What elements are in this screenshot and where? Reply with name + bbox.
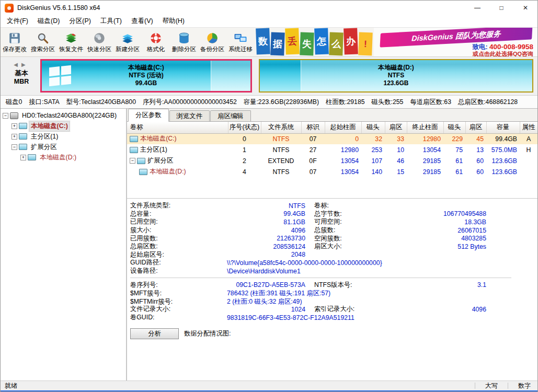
detail-label: 已用簇数: [130, 234, 227, 243]
partition-row-1[interactable]: 主分区(1)1NTFS271298025310130547513575.0MBH [127, 144, 537, 155]
detail-value: \\?\Volume{a58fc54c-0000-0000-0000-10000… [227, 259, 486, 267]
expand-icon[interactable]: + [20, 155, 26, 160]
cell-id: 07 [301, 166, 325, 177]
window-controls: — □ ✕ [465, 1, 537, 15]
col-start-cylinder[interactable]: 起始柱面 [325, 122, 361, 133]
partition-row-3[interactable]: 本地磁盘(D:)4NTFS071305414015291856160123.6G… [127, 166, 537, 177]
tree-label: HD0:Teclast240GBA800(224GB) [20, 111, 118, 120]
cell-start-cylinder: 13054 [325, 155, 361, 166]
cell-end-cylinder: 29185 [407, 155, 443, 166]
cell-id: 27 [301, 144, 325, 155]
partition-bar-1[interactable]: 本地磁盘(D:) NTFS 123.6GB [259, 59, 533, 93]
cell-end-sector: 60 [465, 155, 486, 166]
detail-value: 26067015 [382, 227, 486, 234]
analyze-row: 分析 数据分配情况图: [127, 328, 537, 339]
expand-icon[interactable]: + [12, 123, 17, 129]
recover-files-button[interactable]: 恢复文件 [57, 28, 85, 56]
disk-info-segment: 柱面数:29185 [326, 98, 365, 107]
save-changes-button[interactable]: 保存更改 [1, 28, 29, 56]
disk-info-segment: 序列号:AA000000000000003452 [143, 98, 237, 107]
col-end-head[interactable]: 磁头 [443, 122, 465, 133]
menu-tools[interactable]: 工具(T) [96, 15, 127, 27]
service-banner: DiskGenius 团队为您服务 致电: 400-008-9958 或点击此处… [374, 28, 537, 56]
delete-partition-button[interactable]: 删除分区 [170, 28, 198, 56]
tab-browse-files[interactable]: 浏览文件 [169, 110, 210, 121]
bar-filesystem: NTFS (活动) [129, 72, 164, 79]
tab-partition-params[interactable]: 分区参数 [128, 109, 169, 122]
col-index-status[interactable]: 序号(状态) [228, 122, 261, 133]
partition-icon [19, 144, 27, 150]
collapse-icon[interactable]: − [3, 113, 8, 119]
collapse-icon[interactable]: − [12, 144, 17, 150]
detail-label: NTFS版本号: [314, 281, 382, 290]
collapse-icon[interactable]: − [130, 158, 135, 164]
col-file-system[interactable]: 文件系统 [261, 122, 301, 133]
new-partition-button[interactable]: 新建分区 [113, 28, 142, 56]
disk-tree: − HD0:Teclast240GBA800(224GB) + 本地磁盘(C:)… [1, 109, 127, 381]
detail-value: 09C1-B27D-A5EB-573A [227, 281, 305, 289]
detail-value: 3.1 [382, 281, 486, 289]
backup-partition-label: 备份分区 [200, 45, 224, 53]
tree-item-0[interactable]: − HD0:Teclast240GBA800(224GB) [1, 110, 126, 121]
backup-partition-button[interactable]: 备份分区 [198, 28, 226, 56]
bar-filesystem: NTFS [388, 72, 404, 79]
menu-file[interactable]: 文件(F) [2, 15, 33, 27]
partition-style-label: MBR [3, 77, 40, 86]
cell-capacity: 575.0MB [486, 144, 520, 155]
detail-row: 文件记录大小:1024索引记录大小:4096 [130, 305, 537, 314]
menu-view[interactable]: 查看(V) [127, 15, 158, 27]
num-lock-indicator: 数字 [516, 382, 533, 390]
menu-help[interactable]: 帮助(H) [158, 15, 189, 27]
tree-item-2[interactable]: + 主分区(1) [1, 131, 126, 142]
col-capacity[interactable]: 容量 [486, 122, 520, 133]
tree-label: 扩展分区 [29, 142, 59, 152]
partition-bar-0[interactable]: 本地磁盘(C:) NTFS (活动) 99.4GB [40, 59, 252, 93]
tree-item-1[interactable]: + 本地磁盘(C:) [1, 121, 126, 131]
detail-label: 设备路径: [130, 267, 227, 275]
analyze-button[interactable]: 分析 [130, 328, 179, 339]
detail-value: 9831819C-66F3-4E53-872C-F12A9A519211 [227, 314, 486, 321]
menu-disk[interactable]: 磁盘(D) [33, 15, 64, 27]
statusbar: 就绪 大写 数字 [1, 381, 537, 390]
col-start-head[interactable]: 磁头 [361, 122, 385, 133]
partition-row-2[interactable]: −扩展分区2EXTEND0F1305410746291856160123.6GB [127, 155, 537, 166]
col-attribute[interactable]: 属性 [520, 122, 537, 133]
partition-row-0[interactable]: 本地磁盘(C:)0NTFS0703233129802294599.4GBA [127, 133, 537, 144]
maximize-button[interactable]: □ [489, 1, 513, 15]
detail-label: 空闲簇数: [314, 234, 382, 243]
col-volume-label[interactable]: 卷标 [127, 122, 228, 133]
detail-label: 总扇区数: [130, 242, 227, 251]
prev-disk-arrow[interactable]: ◀ [14, 62, 21, 67]
cell-filesystem: NTFS [261, 144, 301, 155]
system-migrate-button[interactable]: 系统迁移 [226, 28, 255, 56]
ad-banner[interactable]: 数据丢失怎么办! [255, 28, 374, 56]
ad-tile: ! [358, 32, 373, 55]
quick-partition-button[interactable]: 快速分区 [85, 28, 113, 56]
cell-start-sector: 10 [385, 144, 407, 155]
detail-label: 文件系统类型: [130, 201, 227, 210]
qq-consult-link[interactable]: 或点击此处选择QQ咨询 [473, 50, 533, 56]
menu-partition[interactable]: 分区(P) [64, 15, 96, 27]
tree-item-4[interactable]: + 本地磁盘(D:) [1, 152, 126, 163]
partition-icon [130, 147, 138, 153]
cell-start-head: 107 [361, 155, 385, 166]
detail-label: 起始扇区号: [130, 250, 227, 259]
detail-label: 已用空间: [130, 217, 227, 226]
system-migrate-label: 系统迁移 [228, 45, 253, 53]
search-partition-button[interactable]: 搜索分区 [29, 28, 57, 56]
detail-row: 卷GUID:9831819C-66F3-4E53-872C-F12A9A5192… [130, 314, 537, 322]
format-button[interactable]: 格式化 [142, 28, 170, 56]
col-end-sector[interactable]: 扇区 [465, 122, 486, 133]
cell-index: 1 [228, 144, 261, 155]
col-system-id[interactable]: 标识 [301, 122, 325, 133]
col-start-sector[interactable]: 扇区 [385, 122, 407, 133]
tree-item-3[interactable]: − 扩展分区 [1, 142, 126, 152]
tab-sector-edit[interactable]: 扇区编辑 [210, 110, 251, 121]
col-end-cylinder[interactable]: 终止柱面 [407, 122, 443, 133]
minimize-button[interactable]: — [465, 1, 489, 15]
next-disk-arrow[interactable]: ▶ [21, 62, 29, 67]
close-button[interactable]: ✕ [513, 1, 537, 15]
detail-label: 索引记录大小: [314, 305, 382, 314]
detail-value: 512 Bytes [382, 243, 486, 250]
expand-icon[interactable]: + [12, 134, 17, 140]
